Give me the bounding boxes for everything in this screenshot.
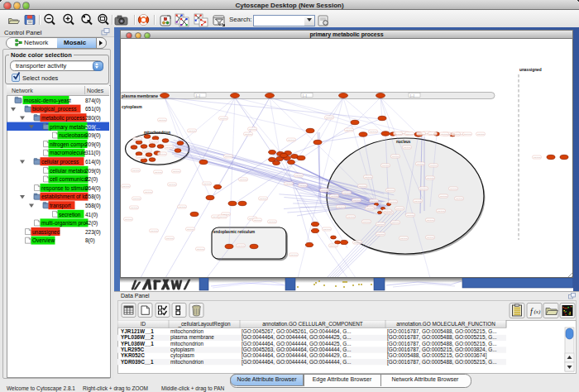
- svg-text:GO-term: GO-term: [427, 177, 434, 179]
- svg-text:GO-term: GO-term: [343, 192, 351, 194]
- svg-text:plasma membrane: plasma membrane: [122, 93, 158, 98]
- svg-text:GO-term: GO-term: [331, 195, 338, 197]
- svg-text:primary metabo: primary metabo: [50, 124, 88, 131]
- svg-text:GO-term: GO-term: [220, 117, 227, 119]
- svg-text:GO-term: GO-term: [534, 156, 541, 158]
- svg-text:mitochondrion: mitochondrion: [170, 328, 204, 334]
- svg-text:GO-term: GO-term: [187, 228, 194, 230]
- svg-text:GO-term: GO-term: [165, 146, 173, 148]
- svg-text:GO-term: GO-term: [366, 208, 374, 209]
- svg-text:GO-term: GO-term: [337, 206, 345, 208]
- svg-text:GO-term: GO-term: [427, 237, 434, 238]
- svg-text:GO-term: GO-term: [407, 214, 414, 216]
- svg-text:GO-term: GO-term: [132, 170, 140, 171]
- svg-text:22(0): 22(0): [85, 176, 98, 183]
- svg-text:GO-term: GO-term: [414, 200, 422, 202]
- svg-text:223(0): 223(0): [85, 229, 101, 236]
- svg-text:GO-term: GO-term: [133, 198, 141, 199]
- svg-text:GO-term: GO-term: [169, 184, 176, 185]
- svg-text:GO-term: GO-term: [197, 248, 204, 250]
- svg-text:GO-term: GO-term: [371, 200, 378, 202]
- svg-text:Overview: Overview: [32, 237, 55, 243]
- svg-text:GO-term: GO-term: [353, 199, 361, 201]
- svg-text:GO-term: GO-term: [359, 185, 366, 187]
- svg-text:[...]: [...]: [410, 94, 414, 98]
- svg-text:GO-term: GO-term: [290, 254, 298, 256]
- svg-text:[...]: [...]: [196, 94, 200, 98]
- svg-text:280(0): 280(0): [85, 115, 101, 122]
- svg-text:GO-term: GO-term: [179, 206, 186, 208]
- svg-text:YJR121W__1: YJR121W__1: [121, 328, 154, 334]
- svg-text:GO-term: GO-term: [450, 188, 457, 189]
- svg-text:GO-term: GO-term: [189, 130, 196, 131]
- svg-text:GO-term: GO-term: [155, 171, 162, 173]
- svg-text:GO-term: GO-term: [347, 216, 355, 218]
- svg-text:GO-term: GO-term: [404, 146, 411, 148]
- svg-text:_cellularLayoutRegion: _cellularLayoutRegion: [177, 321, 231, 327]
- svg-text:209(0): 209(0): [85, 168, 101, 174]
- svg-text:GO-term: GO-term: [237, 245, 245, 246]
- svg-text:GO-term: GO-term: [390, 201, 397, 203]
- svg-text:GO-term: GO-term: [452, 133, 460, 135]
- svg-text:GO-term: GO-term: [144, 150, 151, 151]
- svg-text:GO-term: GO-term: [400, 237, 408, 239]
- svg-text:GO-term: GO-term: [173, 170, 180, 172]
- svg-text:GO-term: GO-term: [137, 156, 145, 158]
- svg-text:GO-term: GO-term: [370, 131, 377, 132]
- svg-text:unassigned: unassigned: [32, 229, 60, 236]
- svg-text:GO-term: GO-term: [456, 198, 463, 199]
- svg-text:558(0): 558(0): [85, 194, 101, 200]
- svg-text:GO-term: GO-term: [151, 230, 158, 232]
- svg-text:GO-term: GO-term: [299, 184, 307, 186]
- svg-text:GO-term: GO-term: [377, 223, 385, 225]
- svg-text:GO-term: GO-term: [377, 233, 385, 235]
- svg-text:GO-term: GO-term: [166, 237, 174, 239]
- svg-text:ID: ID: [141, 321, 146, 327]
- svg-text:annotation.GO CELLULAR_COMPONE: annotation.GO CELLULAR_COMPONENT: [262, 321, 363, 327]
- svg-text:GO-term: GO-term: [131, 207, 138, 208]
- svg-text:614(0): 614(0): [85, 159, 101, 165]
- svg-text:GO-term: GO-term: [125, 218, 132, 220]
- svg-text:mosaic-demo-yeast: mosaic-demo-yeast: [24, 98, 71, 104]
- svg-text:macromolecule: macromolecule: [50, 150, 86, 155]
- svg-text:[...]: [...]: [303, 94, 307, 98]
- svg-text:GO-term: GO-term: [464, 133, 471, 135]
- svg-text:41(0): 41(0): [85, 212, 98, 218]
- svg-text:558(0): 558(0): [85, 203, 101, 209]
- svg-text:(x): (x): [534, 308, 541, 315]
- svg-text:mitochondrion: mitochondrion: [170, 341, 204, 347]
- svg-text:GO-term: GO-term: [346, 129, 353, 131]
- svg-text:endoplasmic reticulum: endoplasmic reticulum: [213, 230, 255, 234]
- svg-text:YPL036W__2: YPL036W__2: [121, 334, 154, 340]
- svg-text:[GO:0016787, GO:0005488, GO:00: [GO:0016787, GO:0005488, GO:0005215, G..…: [387, 359, 497, 366]
- svg-text:GO-term: GO-term: [440, 195, 447, 197]
- svg-text:unassigned: unassigned: [519, 68, 542, 72]
- svg-text:8(0): 8(0): [85, 237, 95, 244]
- svg-text:GO-term: GO-term: [441, 133, 448, 135]
- svg-text:GO-term: GO-term: [269, 221, 276, 222]
- svg-text:cell communicat: cell communicat: [50, 176, 89, 182]
- svg-text:[GO:0044464, GO:0044444, GO:00: [GO:0044464, GO:0044444, GO:0044444, G..…: [242, 359, 352, 366]
- svg-text:YLR295C: YLR295C: [121, 347, 144, 352]
- svg-text:multi-organism pro: multi-organism pro: [41, 220, 86, 227]
- svg-text:cytoplasm: cytoplasm: [122, 104, 142, 109]
- svg-text:nucleobase-: nucleobase-: [59, 132, 88, 138]
- svg-text:GO-term: GO-term: [384, 210, 391, 212]
- svg-text:nitrogen compo: nitrogen compo: [50, 141, 87, 148]
- svg-text:GO-term: GO-term: [417, 163, 424, 165]
- svg-text:GO-term: GO-term: [477, 133, 485, 135]
- svg-text:YDR039C__1: YDR039C__1: [121, 359, 154, 365]
- svg-text:GO-term: GO-term: [326, 117, 333, 118]
- svg-text:GO-term: GO-term: [354, 241, 361, 243]
- svg-text:651(0): 651(0): [85, 106, 101, 112]
- svg-text:GO-term: GO-term: [159, 153, 166, 155]
- svg-text:GO-term: GO-term: [249, 128, 256, 130]
- svg-text:GO-term: GO-term: [122, 185, 130, 187]
- svg-text:GO-term: GO-term: [418, 133, 425, 135]
- svg-text:874(0): 874(0): [85, 98, 101, 104]
- svg-text:cellular metabo: cellular metabo: [50, 168, 86, 174]
- svg-text:transport: transport: [50, 203, 71, 209]
- svg-text:42(0): 42(0): [85, 220, 98, 227]
- svg-text:GO-term: GO-term: [245, 133, 252, 135]
- svg-text:mitochondrion: mitochondrion: [144, 131, 170, 135]
